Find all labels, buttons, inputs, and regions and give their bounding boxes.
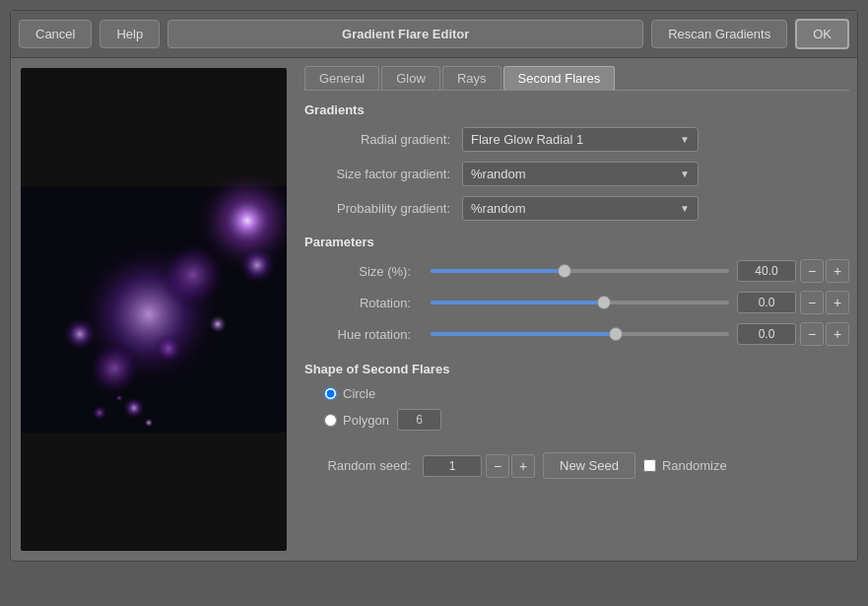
new-seed-button[interactable]: New Seed — [543, 452, 635, 479]
hue-slider-track[interactable] — [431, 332, 729, 336]
rotation-slider-row: Rotation: − + — [304, 291, 849, 314]
size-slider-track[interactable] — [431, 269, 729, 273]
tab-rays[interactable]: Rays — [442, 66, 501, 90]
svg-point-2 — [223, 196, 272, 245]
hue-value-input[interactable] — [737, 323, 796, 345]
randomize-row: Randomize — [643, 458, 727, 473]
rotation-plus-button[interactable]: + — [826, 291, 849, 314]
size-gradient-label: Size factor gradient: — [304, 167, 462, 181]
size-dropdown-arrow: ▼ — [680, 168, 690, 179]
rotation-slider-label: Rotation: — [304, 296, 423, 310]
size-slider-buttons: − + — [800, 259, 849, 283]
rescan-button[interactable]: Rescan Gradients — [651, 20, 787, 48]
svg-point-11 — [237, 245, 277, 285]
rotation-slider-track[interactable] — [431, 301, 729, 304]
size-slider-row: Size (%): − + — [304, 259, 849, 283]
hue-minus-button[interactable]: − — [800, 322, 824, 346]
svg-point-10 — [208, 314, 228, 334]
seed-row: Random seed: − + New Seed Randomize — [304, 452, 849, 479]
ok-button[interactable]: OK — [795, 19, 849, 49]
right-panel: General Glow Rays Second Flares Gradient… — [297, 58, 857, 561]
radial-gradient-row: Radial gradient: Flare Glow Radial 1 ▼ — [304, 127, 849, 152]
editor-title: Gradient Flare Editor — [167, 20, 643, 48]
polygon-label: Polygon — [343, 413, 389, 428]
prob-gradient-row: Probability gradient: %random ▼ — [304, 196, 849, 221]
tab-second-flares[interactable]: Second Flares — [503, 66, 616, 90]
randomize-label: Randomize — [662, 458, 727, 473]
svg-point-6 — [62, 316, 98, 352]
help-button[interactable]: Help — [100, 20, 160, 48]
seed-buttons: − + — [486, 454, 535, 478]
seed-minus-button[interactable]: − — [486, 454, 509, 478]
tabs-container: General Glow Rays Second Flares — [304, 66, 849, 91]
hue-slider-buttons: − + — [800, 322, 849, 346]
rotation-slider-thumb[interactable] — [597, 296, 611, 309]
tab-glow[interactable]: Glow — [381, 66, 440, 90]
prob-gradient-value: %random — [471, 201, 526, 216]
cancel-button[interactable]: Cancel — [19, 20, 92, 48]
parameters-section: Parameters Size (%): − + Rot — [304, 235, 849, 354]
gradients-section: Gradients Radial gradient: Flare Glow Ra… — [304, 102, 849, 231]
polygon-radio[interactable] — [324, 414, 337, 427]
parameters-section-label: Parameters — [304, 235, 849, 249]
size-gradient-row: Size factor gradient: %random ▼ — [304, 162, 849, 186]
circle-radio[interactable] — [324, 387, 337, 400]
prob-dropdown-arrow: ▼ — [680, 203, 690, 214]
tab-general[interactable]: General — [304, 66, 379, 90]
prob-gradient-label: Probability gradient: — [304, 201, 462, 216]
hue-plus-button[interactable]: + — [826, 322, 849, 346]
radial-gradient-dropdown[interactable]: Flare Glow Radial 1 ▼ — [462, 127, 699, 152]
radial-gradient-value: Flare Glow Radial 1 — [471, 132, 583, 147]
rotation-slider-buttons: − + — [800, 291, 849, 314]
size-value-input[interactable] — [737, 260, 796, 282]
radial-gradient-label: Radial gradient: — [304, 132, 462, 147]
size-gradient-value: %random — [471, 167, 526, 181]
rotation-slider-fill — [431, 301, 604, 304]
size-plus-button[interactable]: + — [826, 259, 849, 283]
prob-gradient-dropdown[interactable]: %random ▼ — [462, 196, 699, 221]
seed-label: Random seed: — [304, 458, 423, 473]
randomize-checkbox[interactable] — [643, 459, 656, 472]
main-window: Cancel Help Gradient Flare Editor Rescan… — [10, 10, 858, 562]
svg-point-7 — [154, 334, 183, 364]
svg-point-4 — [159, 240, 228, 309]
hue-slider-thumb[interactable] — [609, 327, 623, 341]
hue-slider-fill — [431, 332, 616, 336]
svg-point-12 — [144, 418, 154, 428]
shape-section: Shape of Second Flares Circle Polygon — [304, 362, 849, 438]
polygon-radio-row: Polygon — [324, 409, 849, 431]
size-slider-thumb[interactable] — [558, 264, 571, 278]
hue-slider-row: Hue rotation: − + — [304, 322, 849, 346]
preview-panel — [21, 68, 287, 551]
toolbar: Cancel Help Gradient Flare Editor Rescan… — [11, 11, 857, 58]
rotation-value-input[interactable] — [737, 292, 796, 313]
svg-point-9 — [92, 405, 107, 421]
circle-radio-row: Circle — [324, 386, 849, 401]
circle-label: Circle — [343, 386, 375, 401]
size-slider-fill — [431, 269, 565, 273]
radial-dropdown-arrow: ▼ — [680, 134, 690, 145]
svg-point-5 — [87, 341, 142, 396]
svg-point-8 — [122, 396, 146, 420]
seed-value-input[interactable] — [423, 455, 482, 477]
seed-plus-button[interactable]: + — [511, 454, 535, 478]
size-minus-button[interactable]: − — [800, 259, 824, 283]
svg-point-13 — [115, 394, 123, 402]
flare-preview — [21, 68, 287, 551]
shape-section-label: Shape of Second Flares — [304, 362, 849, 376]
hue-slider-label: Hue rotation: — [304, 327, 423, 342]
size-slider-label: Size (%): — [304, 264, 423, 279]
polygon-value-input[interactable] — [397, 409, 441, 431]
rotation-minus-button[interactable]: − — [800, 291, 824, 314]
gradients-section-label: Gradients — [304, 102, 849, 117]
content-area: General Glow Rays Second Flares Gradient… — [11, 58, 857, 561]
size-gradient-dropdown[interactable]: %random ▼ — [462, 162, 699, 186]
